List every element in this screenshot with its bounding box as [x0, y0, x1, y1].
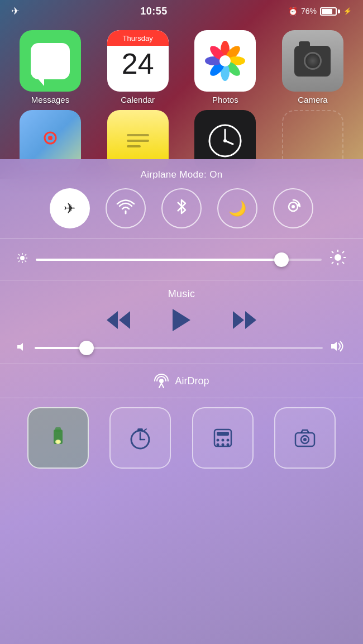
volume-min-icon: [17, 342, 27, 354]
volume-thumb: [79, 341, 94, 355]
brightness-slider[interactable]: [36, 259, 322, 261]
brightness-fill: [36, 259, 281, 261]
camera-shortcut-icon: [292, 425, 318, 451]
svg-marker-43: [17, 343, 23, 351]
flashlight-button[interactable]: [27, 407, 89, 469]
donotdisturb-toggle[interactable]: 🌙: [217, 188, 257, 228]
flashlight-icon: [45, 425, 71, 451]
app-messages-label: Messages: [31, 95, 69, 104]
airdrop-icon: [154, 373, 169, 389]
svg-point-60: [221, 439, 224, 442]
status-right: ⏰ 76% ⚡: [288, 7, 352, 16]
svg-point-45: [159, 379, 164, 383]
brightness-row: [0, 239, 363, 280]
svg-line-34: [332, 251, 333, 253]
svg-line-36: [342, 251, 344, 253]
svg-line-47: [161, 383, 164, 388]
svg-marker-39: [119, 311, 130, 329]
brightness-max-icon: [329, 249, 346, 270]
maps-icon-svg: [34, 124, 67, 158]
svg-point-64: [226, 443, 229, 446]
music-controls: [17, 308, 346, 332]
svg-point-8: [219, 55, 231, 66]
app-photos-label: Photos: [212, 95, 238, 104]
notes-icon-svg: [121, 124, 155, 158]
app-calendar-label: Calendar: [121, 95, 155, 104]
svg-rect-58: [217, 432, 229, 436]
airplane-toggle[interactable]: ✈: [50, 188, 90, 228]
svg-line-26: [25, 261, 27, 263]
music-section: Music: [0, 280, 363, 364]
svg-marker-41: [233, 311, 244, 329]
photos-icon-svg: [203, 39, 247, 83]
svg-point-51: [56, 440, 60, 443]
svg-line-56: [144, 429, 146, 431]
status-bar: ✈ 10:55 ⏰ 76% ⚡: [0, 0, 363, 22]
calendar-day-name: Thursday: [123, 34, 153, 42]
svg-marker-38: [107, 311, 118, 329]
volume-row: [17, 340, 346, 356]
svg-point-17: [223, 139, 227, 142]
wifi-toggle[interactable]: [106, 188, 146, 228]
svg-point-10: [48, 136, 52, 140]
control-center: Airplane Mode: On ✈ 🌙: [0, 159, 363, 644]
calculator-button[interactable]: [192, 407, 254, 469]
brightness-min-icon: [17, 252, 28, 266]
camera-lens: [304, 52, 322, 70]
camera-bump: [299, 41, 310, 47]
svg-point-67: [303, 438, 307, 441]
svg-point-63: [221, 443, 224, 446]
svg-line-46: [159, 383, 161, 388]
svg-line-25: [18, 254, 20, 256]
volume-slider[interactable]: [35, 347, 323, 349]
timer-button[interactable]: [109, 407, 171, 469]
shortcut-row: [0, 398, 363, 480]
app-camera-label: Camera: [298, 95, 327, 104]
svg-point-61: [226, 439, 229, 442]
app-camera[interactable]: Camera: [279, 30, 346, 104]
camera-body-icon: [294, 46, 331, 77]
bluetooth-icon: [175, 198, 188, 220]
battery-percent: 76%: [301, 7, 317, 16]
wifi-icon: [116, 199, 136, 218]
svg-point-20: [20, 256, 25, 260]
airplane-mode-icon: ✈: [11, 5, 20, 17]
svg-marker-44: [331, 342, 337, 351]
volume-max-icon: [331, 340, 346, 356]
timer-icon: [127, 425, 153, 451]
battery-icon: [320, 7, 340, 16]
bluetooth-toggle[interactable]: [161, 188, 202, 228]
svg-rect-49: [55, 427, 61, 432]
svg-rect-13: [127, 145, 141, 147]
rewind-button[interactable]: [104, 309, 131, 331]
calculator-icon: [210, 425, 236, 451]
rotation-icon: [284, 198, 302, 220]
moon-icon: 🌙: [228, 200, 246, 217]
svg-rect-12: [127, 140, 149, 142]
airdrop-row[interactable]: AirDrop: [0, 364, 363, 398]
svg-rect-55: [137, 428, 143, 431]
svg-line-35: [342, 262, 344, 264]
svg-marker-42: [245, 311, 256, 329]
status-time: 10:55: [140, 6, 168, 17]
camera-shortcut-button[interactable]: [274, 407, 336, 469]
svg-point-29: [335, 254, 341, 261]
toggle-row: ✈ 🌙: [0, 188, 363, 238]
svg-point-62: [216, 443, 219, 446]
status-left: ✈: [11, 5, 20, 17]
calendar-top: Thursday: [107, 30, 169, 46]
app-messages[interactable]: Messages: [17, 30, 84, 104]
airplane-toggle-icon: ✈: [64, 200, 76, 217]
airplane-mode-status: Airplane Mode: On: [0, 159, 363, 188]
fastforward-button[interactable]: [232, 309, 259, 331]
svg-point-19: [292, 205, 295, 208]
rotation-toggle[interactable]: [273, 188, 313, 228]
play-button[interactable]: [170, 308, 193, 332]
app-calendar[interactable]: Thursday 24 Calendar: [104, 30, 171, 104]
alarm-icon: ⏰: [288, 7, 298, 16]
svg-marker-40: [173, 309, 190, 331]
app-photos[interactable]: Photos: [192, 30, 259, 104]
charging-icon: ⚡: [343, 7, 352, 15]
svg-line-27: [25, 254, 27, 256]
svg-line-28: [18, 261, 20, 263]
